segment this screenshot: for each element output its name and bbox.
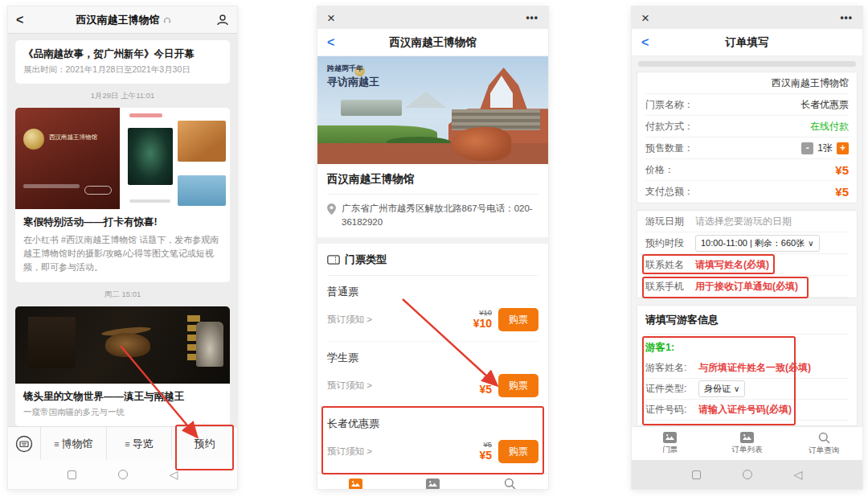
quantity-plus-button[interactable]: + (837, 142, 849, 154)
order-list-tab-icon (740, 432, 754, 443)
article-title: 寒假特别活动——打卡有惊喜! (23, 216, 222, 229)
tab-order-list[interactable]: 订单列表 (709, 427, 786, 460)
time-slot-select[interactable]: 10:00-11:00 | 剩余：660张 ∨ (695, 235, 820, 252)
quantity-minus-button[interactable]: - (801, 142, 813, 154)
chevron-down-icon: ∨ (808, 239, 813, 248)
menu-label: 预约 (194, 437, 215, 451)
tab-order-list[interactable]: 订单列表 (395, 474, 472, 490)
ticket-name: 学生票 (327, 351, 538, 365)
field-label: 游客姓名: (645, 361, 698, 375)
page-navbar: < 订单填写 (632, 29, 862, 56)
tab-order-query[interactable]: 订单查询 (785, 427, 862, 460)
tab-tickets[interactable]: 门票 (632, 427, 709, 460)
thumbnail-caption: 西汉南越王博物馆 (49, 133, 97, 142)
article-card-activity[interactable]: 西汉南越王博物馆 寒假特别活动——打卡有惊喜! 在小红书 #西汉南越王博物馆 (15, 108, 230, 282)
time-slot-field: 预约时段 10:00-11:00 | 剩余：660张 ∨ (645, 232, 849, 254)
field-label: 预售数量： (645, 142, 694, 155)
contact-name-field[interactable]: 联系姓名 请填写姓名(必填) (645, 254, 849, 276)
article-card-exhibition[interactable]: 《品南越故事，贺广州新年》今日开幕 展出时间：2021年1月28日至2021年3… (15, 40, 230, 84)
home-button[interactable] (118, 470, 128, 479)
location-pin-icon (327, 203, 336, 215)
back-button[interactable]: ◁ (794, 469, 803, 480)
date-placeholder: 请选择您要游玩的日期 (695, 215, 792, 228)
venue-address-row: 广东省广州市越秀区解放北路867号电话：020-36182920 (327, 195, 538, 230)
field-label: 门票名称： (645, 98, 694, 112)
museum-hero-image: 跨越两千年 寻访南越王 (317, 56, 548, 164)
field-label: 联系手机 (645, 280, 695, 294)
back-icon[interactable]: < (16, 13, 31, 27)
current-price: ¥5 (479, 384, 492, 396)
tab-label: 门票 (662, 445, 678, 455)
recents-button[interactable] (68, 470, 76, 479)
order-form-body: 西汉南越王博物馆 门票名称： 长者优惠票 付款方式： 在线付款 预售数量： - … (632, 56, 862, 426)
menu-item-reserve[interactable]: 预约 (171, 427, 237, 460)
tab-order-query[interactable]: 订单查询 (471, 474, 548, 490)
ticket-list-screen: × ••• < 西汉南越王博物馆 跨越两千年 寻访南越王 西汉南越王博物馆 (317, 6, 548, 489)
screenshot-canvas: < 西汉南越王博物馆 《品南越故事，贺广州新年》今日开幕 展出时间：2021年1… (0, 0, 868, 497)
menu-label: 导览 (133, 437, 154, 451)
back-button[interactable]: ◁ (170, 469, 178, 480)
ticket-name-value: 长者优惠票 (800, 98, 849, 112)
bottom-tabbar: 门票 订单列表 订单查询 (632, 426, 862, 460)
original-price: ¥10 (479, 309, 492, 317)
ticket-item-normal: 普通票 预订须知 > ¥10 ¥10 购票 (327, 276, 538, 342)
gold-seal-icon (23, 129, 44, 150)
tickets-tab-icon (349, 479, 362, 490)
contact-phone-field[interactable]: 联系手机 用于接收订单通知(必填) (645, 276, 849, 298)
id-type-select[interactable]: 身份证 ∨ (698, 380, 745, 397)
payment-row: 付款方式： 在线付款 (645, 116, 849, 138)
visitor-section-heading: 请填写游客信息 (645, 306, 849, 335)
recents-button[interactable] (692, 470, 701, 479)
blue-photo (178, 175, 226, 206)
quantity-value: 1张 (817, 142, 833, 155)
profile-icon[interactable] (216, 14, 229, 27)
booking-notice-link[interactable]: 预订须知 > (327, 314, 473, 326)
menu-icon: ≡ (125, 439, 129, 449)
buy-button[interactable]: 购票 (498, 440, 538, 463)
field-label: 预约时段 (645, 236, 695, 250)
hero-tagline-big: 寻访南越王 (327, 76, 379, 88)
order-list-tab-icon (426, 479, 440, 490)
article-subtitle: 一窥帝国南疆的多元与一统 (23, 407, 222, 418)
close-icon[interactable]: × (641, 11, 649, 25)
menu-item-guide[interactable]: ≡ 导览 (106, 427, 172, 460)
booking-notice-link[interactable]: 预订须知 > (327, 446, 479, 458)
keyboard-toggle[interactable] (8, 427, 40, 460)
article-subtitle: 展出时间：2021年1月28日至2021年3月30日 (23, 64, 222, 76)
tab-tickets[interactable]: 门票 (317, 474, 395, 490)
chat-title-text: 西汉南越王博物馆 (76, 13, 160, 27)
visitor-name-placeholder: 与所填证件姓名一致(必填) (698, 361, 811, 375)
field-label: 游玩日期 (645, 215, 695, 228)
id-number-field[interactable]: 证件号码: 请输入证件号码(必填) (645, 400, 849, 421)
buy-button[interactable]: 购票 (498, 308, 538, 331)
more-icon[interactable]: ••• (840, 12, 853, 23)
back-icon[interactable]: < (641, 35, 657, 50)
total-value: ¥5 (835, 185, 849, 199)
buy-button[interactable]: 购票 (498, 374, 538, 397)
visit-date-field[interactable]: 游玩日期 请选择您要游玩的日期 (645, 211, 849, 232)
article-card-exhibit[interactable]: 镜头里的文物世界——滇王与南越王 一窥帝国南疆的多元与一统 (15, 306, 230, 426)
visitor-name-field[interactable]: 游客姓名: 与所填证件姓名一致(必填) (645, 358, 849, 379)
ticket-item-senior: 长者优惠票 预订须知 > ¥5 ¥5 购票 (327, 408, 538, 473)
android-navigation-bar: ◁ (8, 460, 237, 489)
ticket-price: ¥5 ¥5 (479, 441, 492, 462)
booking-notice-link[interactable]: 预订须知 > (327, 380, 479, 392)
tab-label: 订单查询 (809, 446, 839, 456)
chat-body: 《品南越故事，贺广州新年》今日开幕 展出时间：2021年1月28日至2021年3… (8, 34, 237, 426)
more-icon[interactable]: ••• (526, 12, 538, 23)
article-title: 《品南越故事，贺广州新年》今日开幕 (23, 47, 222, 61)
tab-label: 订单列表 (732, 445, 763, 455)
menu-item-museum[interactable]: ≡ 博物馆 (40, 427, 106, 460)
home-button[interactable] (743, 470, 752, 479)
message-timestamp: 1月29日 上午11:01 (15, 91, 230, 101)
android-navigation-bar: ◁ (632, 460, 862, 489)
close-icon[interactable]: × (327, 11, 335, 25)
back-icon[interactable]: < (327, 35, 343, 50)
field-label: 付款方式： (645, 120, 694, 133)
booking-info-card: 游玩日期 请选择您要游玩的日期 预约时段 10:00-11:00 | 剩余：66… (637, 210, 858, 298)
keyboard-icon (15, 435, 33, 453)
id-number-placeholder: 请输入证件号码(必填) (698, 403, 792, 417)
ticket-item-student: 学生票 预订须知 > ¥5 ¥5 购票 (327, 342, 538, 408)
ticket-type-section: 门票类型 普通票 预订须知 > ¥10 ¥10 购票 学生票 预订须知 > (317, 244, 548, 473)
scrolled-card-remnant (638, 61, 856, 67)
